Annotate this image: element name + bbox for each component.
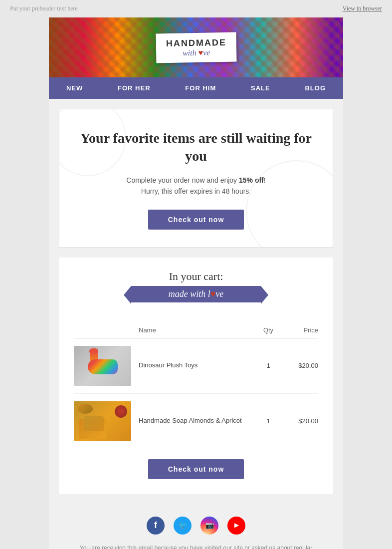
- twitter-icon[interactable]: 🐦: [174, 517, 192, 535]
- banner-subtitle: Complete your order now and enjoy 15% of…: [79, 175, 313, 197]
- brand-sub-suffix: ve: [202, 48, 209, 56]
- disclaimer-part1: You are receiving this email because you…: [80, 545, 313, 549]
- instagram-icon[interactable]: 📷: [200, 517, 218, 535]
- nav-item-blog[interactable]: BLOG: [297, 77, 334, 99]
- nav-item-for-him[interactable]: FOR HIM: [177, 77, 224, 99]
- cart-item-2-qty: 1: [253, 417, 283, 425]
- banner-subtitle-part1: Complete your order now and enjoy: [126, 176, 239, 184]
- brand-name-main: HANDMADE: [166, 37, 226, 48]
- navigation: NEW FOR HER FOR HIM SALE BLOG: [49, 77, 343, 99]
- cart-item-2-price: $20.00: [283, 417, 318, 425]
- banner-title: Your favorite items are still waiting fo…: [79, 129, 313, 166]
- youtube-icon[interactable]: ▶: [227, 517, 245, 535]
- view-in-browser-link[interactable]: View in browser: [343, 5, 382, 12]
- cart-item-1-name: Dinosaur Plush Toys: [139, 361, 253, 370]
- footer: f 🐦 📷 ▶ You are receiving this email bec…: [49, 504, 343, 549]
- cart-subtitle-banner: made with l♥ve: [131, 286, 261, 302]
- footer-disclaimer: You are receiving this email because you…: [71, 544, 321, 549]
- main-content: Your favorite items are still waiting fo…: [49, 99, 343, 504]
- dino-toy-image: [74, 346, 131, 386]
- nav-item-for-her[interactable]: FOR HER: [110, 77, 159, 99]
- preheader-text: Put your preheader text here: [10, 5, 78, 12]
- col-header-name: Name: [74, 326, 253, 334]
- brand-name-sub: with ♥ve: [166, 47, 226, 57]
- social-icons-row: f 🐦 📷 ▶: [59, 517, 333, 535]
- dino-shape: [85, 352, 120, 379]
- banner-subtitle-line2: Hurry, this offer expires in 48 hours.: [141, 187, 251, 195]
- cart-checkout-button[interactable]: Check out now: [148, 459, 244, 479]
- cart-item-1-price: $20.00: [283, 362, 318, 369]
- nav-item-sale[interactable]: SALE: [243, 77, 278, 99]
- nav-item-new[interactable]: NEW: [58, 77, 91, 99]
- cart-item-1: Dinosaur Plush Toys 1 $20.00: [74, 338, 318, 394]
- brand-heart-icon: ♥: [198, 48, 203, 56]
- cart-heart-icon: ♥: [210, 289, 216, 299]
- facebook-icon[interactable]: f: [147, 517, 165, 535]
- col-header-qty: Qty: [253, 326, 283, 334]
- cart-item-1-qty: 1: [253, 362, 283, 369]
- dino-body: [88, 359, 118, 374]
- cart-item-1-image: [74, 346, 131, 386]
- cart-subtitle-text: made with l♥ve: [169, 289, 224, 299]
- email-container: HANDMADE with ♥ve NEW FOR HER FOR HIM SA…: [49, 17, 343, 549]
- soap-image: [74, 401, 131, 441]
- brand-sub-prefix: with: [182, 48, 198, 57]
- cart-item-2-details: Handmade Soap Almonds & Apricot: [131, 416, 253, 425]
- cart-table-header: Name Qty Price: [74, 322, 318, 338]
- banner-checkout-button[interactable]: Check out now: [148, 210, 244, 230]
- cart-item-2: Handmade Soap Almonds & Apricot 1 $20.00: [74, 394, 318, 449]
- hero-section: HANDMADE with ♥ve: [49, 17, 343, 77]
- cart-btn-row: Check out now: [74, 449, 318, 479]
- banner-card: Your favorite items are still waiting fo…: [59, 109, 333, 248]
- col-header-price: Price: [283, 326, 318, 334]
- brand-logo: HANDMADE with ♥ve: [156, 32, 236, 63]
- cart-item-1-details: Dinosaur Plush Toys: [131, 361, 253, 370]
- banner-subtitle-part2: !: [264, 176, 266, 184]
- cart-title: In your cart:: [74, 270, 318, 283]
- preheader-bar: Put your preheader text here View in bro…: [0, 0, 392, 17]
- cart-item-2-name: Handmade Soap Almonds & Apricot: [139, 416, 253, 425]
- banner-discount: 15% off: [239, 176, 264, 184]
- cart-section: In your cart: made with l♥ve Name Qty Pr…: [59, 258, 333, 494]
- cart-item-2-image: [74, 401, 131, 441]
